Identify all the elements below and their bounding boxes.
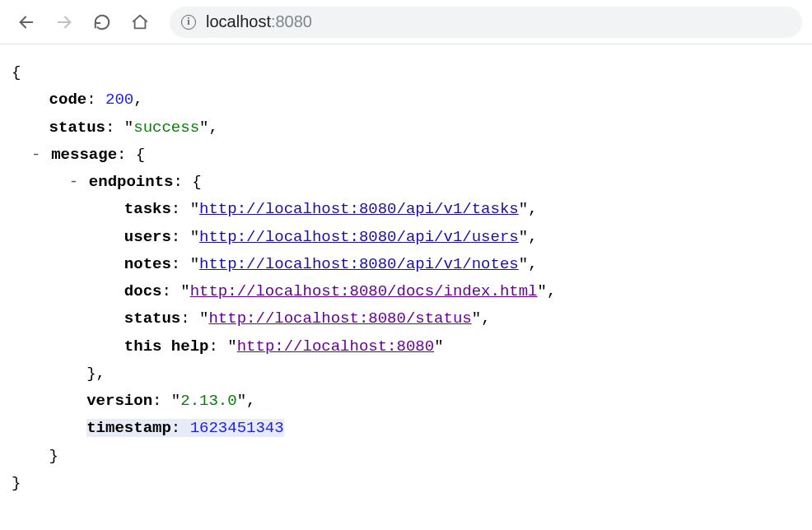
value-timestamp: 1623451343 bbox=[190, 419, 284, 437]
key-endpoints: endpoints bbox=[89, 173, 174, 191]
link-tasks[interactable]: http://localhost:8080/api/v1/tasks bbox=[199, 200, 519, 218]
collapse-toggle[interactable]: - bbox=[30, 142, 42, 169]
home-icon bbox=[131, 13, 149, 31]
key-endpoint-status: status bbox=[124, 309, 180, 328]
link-this-help[interactable]: http://localhost:8080 bbox=[237, 337, 434, 356]
key-timestamp: timestamp bbox=[86, 419, 171, 437]
link-docs[interactable]: http://localhost:8080/docs/index.html bbox=[190, 282, 538, 300]
key-notes: notes bbox=[124, 255, 171, 273]
brace-close: } bbox=[49, 447, 58, 465]
brace-close: }, bbox=[86, 365, 105, 383]
value-version: 2.13.0 bbox=[180, 392, 236, 410]
link-notes[interactable]: http://localhost:8080/api/v1/notes bbox=[199, 255, 519, 273]
browser-toolbar: i localhost:8080 bbox=[0, 0, 812, 44]
info-icon: i bbox=[181, 15, 196, 30]
address-bar[interactable]: i localhost:8080 bbox=[170, 7, 802, 38]
key-docs: docs bbox=[124, 282, 162, 300]
json-viewer: { code: 200, status: "success", - messag… bbox=[0, 44, 812, 512]
key-tasks: tasks bbox=[124, 200, 171, 218]
key-users: users bbox=[124, 228, 171, 246]
collapse-toggle[interactable]: - bbox=[68, 169, 79, 196]
value-code: 200 bbox=[105, 91, 133, 109]
arrow-left-icon bbox=[17, 13, 35, 31]
url-text: localhost:8080 bbox=[206, 12, 312, 31]
key-status: status bbox=[49, 119, 105, 137]
forward-button[interactable] bbox=[48, 6, 81, 39]
brace-close: } bbox=[12, 474, 21, 492]
back-button[interactable] bbox=[10, 6, 43, 39]
link-users[interactable]: http://localhost:8080/api/v1/users bbox=[199, 228, 519, 246]
value-status: success bbox=[133, 119, 199, 137]
arrow-right-icon bbox=[55, 13, 73, 31]
key-code: code bbox=[49, 91, 87, 109]
key-message: message bbox=[51, 146, 117, 164]
key-version: version bbox=[86, 392, 152, 410]
reload-icon bbox=[93, 13, 111, 31]
home-button[interactable] bbox=[124, 6, 156, 39]
brace-open: { bbox=[12, 63, 21, 81]
link-status[interactable]: http://localhost:8080/status bbox=[208, 309, 471, 328]
reload-button[interactable] bbox=[86, 6, 119, 39]
key-this-help: this help bbox=[124, 337, 209, 356]
